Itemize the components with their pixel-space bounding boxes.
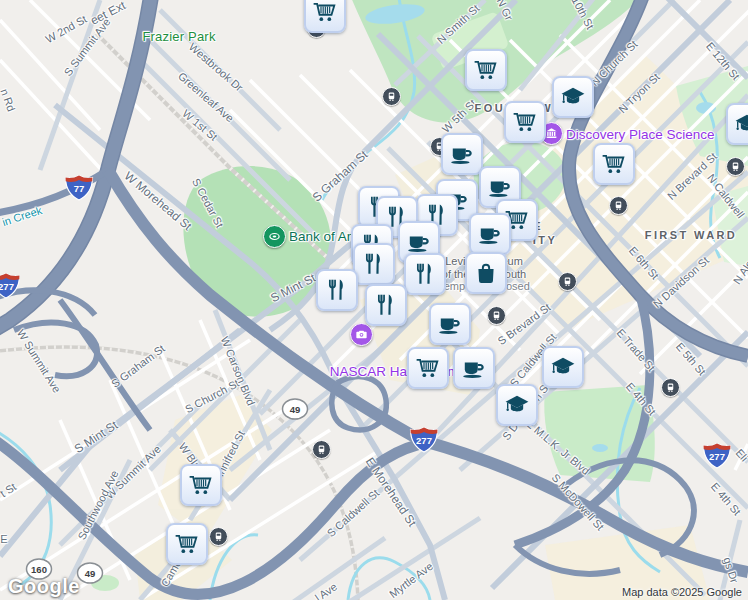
bag-icon <box>473 260 499 286</box>
map-marker-bag[interactable] <box>465 252 507 294</box>
map-marker-coffee[interactable] <box>441 133 483 175</box>
cart-icon <box>473 57 499 83</box>
map-marker-cart[interactable] <box>180 464 222 506</box>
transit-station-icon[interactable] <box>209 527 228 546</box>
cart-icon <box>601 151 627 177</box>
restaurant-icon <box>373 292 399 318</box>
map-attribution: Map data ©2025 Google <box>622 586 742 598</box>
cart-icon <box>188 472 214 498</box>
map-marker-cart[interactable] <box>166 523 208 565</box>
map-marker-coffee[interactable] <box>469 213 511 255</box>
poi-label[interactable]: Bank of Am <box>289 229 358 244</box>
camera-icon[interactable] <box>350 323 373 346</box>
street-label: E <box>0 533 7 545</box>
coffee-icon <box>487 174 513 200</box>
cart-icon <box>415 355 441 381</box>
coffee-icon <box>406 229 432 255</box>
map-marker-grad[interactable] <box>496 384 538 426</box>
map-marker-cart[interactable] <box>504 101 546 143</box>
map-marker-grad[interactable] <box>552 76 594 118</box>
cart-icon <box>312 0 338 25</box>
map-marker-coffee[interactable] <box>453 347 495 389</box>
map-marker-grad[interactable] <box>542 346 584 388</box>
restaurant-icon <box>324 277 350 303</box>
transit-station-icon[interactable] <box>558 272 577 291</box>
coffee-icon <box>449 141 475 167</box>
map-marker-cart[interactable] <box>593 143 635 185</box>
map-marker-cart[interactable] <box>465 49 507 91</box>
transit-station-icon[interactable] <box>312 440 331 459</box>
transit-station-icon[interactable] <box>609 196 628 215</box>
map-marker-cart[interactable] <box>304 0 346 33</box>
poi-label[interactable]: Discovery Place Science <box>566 127 715 142</box>
coffee-icon <box>477 221 503 247</box>
map-marker-restaurant[interactable] <box>365 284 407 326</box>
cart-icon <box>512 109 538 135</box>
grad-icon <box>504 392 530 418</box>
google-logo[interactable]: Google <box>8 575 80 598</box>
map-marker-restaurant[interactable] <box>353 243 395 285</box>
map-marker-grad[interactable] <box>726 103 748 145</box>
grad-icon <box>560 84 586 110</box>
cart-icon <box>174 531 200 557</box>
poi-label[interactable]: Frazier Park <box>142 29 215 44</box>
coffee-icon <box>437 311 463 337</box>
transit-station-icon[interactable] <box>661 378 680 397</box>
map-marker-restaurant[interactable] <box>316 269 358 311</box>
transit-station-icon[interactable] <box>726 157 745 176</box>
map-marker-coffee[interactable] <box>429 303 471 345</box>
map-marker-restaurant[interactable] <box>404 253 446 295</box>
restaurant-icon <box>412 261 438 287</box>
stadium-icon[interactable] <box>263 225 286 248</box>
transit-station-icon[interactable] <box>487 306 506 325</box>
map-marker-cart[interactable] <box>407 347 449 389</box>
pond-tiny <box>592 444 608 452</box>
area-label: FIRST WARD <box>645 229 737 241</box>
coffee-icon <box>461 355 487 381</box>
restaurant-icon <box>361 251 387 277</box>
map-viewport[interactable]: eet ExtW 2nd StS Summit Aven RdWestbrook… <box>0 0 748 600</box>
grad-icon <box>550 354 576 380</box>
grad-icon <box>734 111 748 137</box>
transit-station-icon[interactable] <box>382 87 401 106</box>
